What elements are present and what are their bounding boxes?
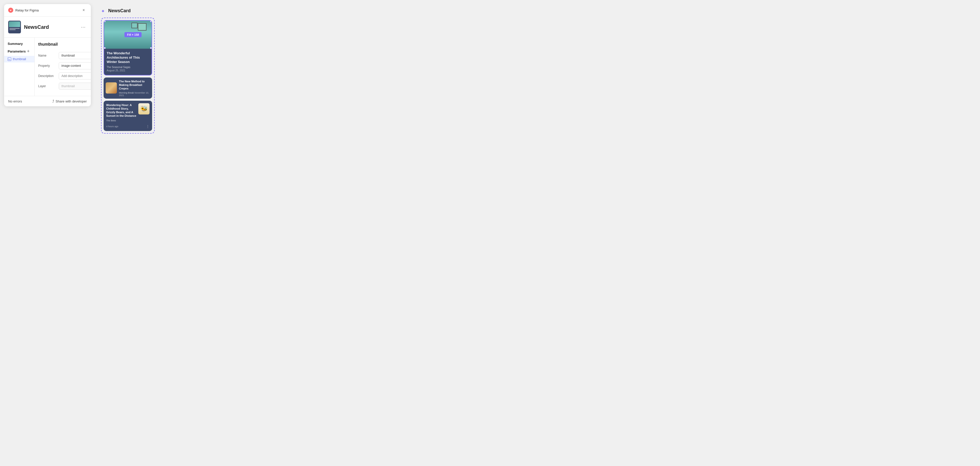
parameters-section-row: Parameters + (4, 48, 35, 56)
card-3-inner: Wondering Hour: A Childhood Story, Grizz… (106, 103, 150, 122)
app-title-group: ♥ Relay for Figma (8, 8, 39, 13)
thumb-line-1 (10, 28, 20, 29)
right-column: thumbnail 🗑 Name Property image-content … (35, 38, 91, 96)
panel-body: Summary Parameters + thumbnail thumbnail… (4, 38, 91, 96)
app-header: ♥ Relay for Figma × (4, 4, 91, 17)
share-button[interactable]: ⤴ Share with developer (52, 99, 87, 103)
preview-header: ✦ NewsCard (101, 8, 972, 14)
property-label: Property (38, 64, 57, 68)
description-label: Description (38, 74, 57, 78)
more-options-button[interactable]: ⋯ (80, 24, 87, 30)
grid-icon: ✦ (101, 8, 106, 14)
detail-title: thumbnail (38, 42, 58, 47)
property-select[interactable]: image-content (59, 62, 91, 69)
panel-footer: No errors ⤴ Share with developer (4, 96, 91, 106)
thumbnail-param-item[interactable]: thumbnail (4, 56, 35, 62)
card-3-footer: 4 hours ago ⋮ (106, 124, 150, 128)
fill-badge: Fill × 158 (124, 32, 142, 37)
card-3-title: Wondering Hour: A Childhood Story, Grizz… (106, 103, 136, 118)
layer-row: Layer thumbnail ⊕ (38, 82, 91, 90)
card-2: The New Method to Making Breakfast Crepe… (103, 78, 152, 99)
close-button[interactable]: × (81, 7, 87, 13)
layer-value-row: thumbnail ⊕ (59, 82, 91, 90)
parameters-label: Parameters (8, 49, 26, 53)
layer-value: thumbnail (59, 82, 91, 90)
card-2-text: The New Method to Making Breakfast Crepe… (119, 79, 150, 97)
component-header: NewsCard ⋯ (4, 17, 91, 38)
preview-title: NewsCard (108, 8, 130, 14)
thumb-line-2 (10, 29, 16, 30)
bee-icon: 🐝 (141, 106, 148, 112)
card-3: Wondering Hour: A Childhood Story, Grizz… (103, 101, 152, 131)
property-row: Property image-content ▾ (38, 62, 91, 69)
param-label: thumbnail (13, 57, 26, 61)
handle-top-left (104, 21, 106, 22)
card-3-time: 4 hours ago (106, 125, 118, 128)
handle-top-right (150, 21, 151, 22)
featured-headline: The Wonderful Architectures of This Wint… (107, 51, 149, 64)
param-image-icon (8, 57, 11, 61)
relay-logo-icon: ♥ (8, 8, 13, 13)
thumb-text-area (9, 27, 20, 30)
description-row: Description (38, 72, 91, 79)
handle-bottom-left (104, 47, 106, 49)
name-input[interactable] (59, 52, 91, 59)
detail-header: thumbnail 🗑 (38, 41, 91, 48)
app-title: Relay for Figma (15, 8, 39, 12)
name-label: Name (38, 54, 57, 57)
card-3-source: The Bees (106, 119, 136, 122)
featured-date: August 25, 2021 (107, 69, 149, 72)
card-3-content: Wondering Hour: A Childhood Story, Grizz… (106, 103, 136, 122)
share-icon: ⤴ (52, 99, 54, 103)
newscard-container: Fill × 158 The Wonderful Architectures o… (101, 17, 155, 133)
component-header-left: NewsCard (8, 21, 49, 33)
preview-area: ✦ NewsCard Fill × 158 The Wonderful Arch… (97, 4, 976, 138)
thumb-image-area (9, 21, 20, 27)
card-2-title: The New Method to Making Breakfast Crepe… (119, 79, 150, 90)
layer-label: Layer (38, 84, 57, 88)
card-2-source: Morning Break (119, 92, 134, 94)
featured-source: The Seasonal Sagas (107, 66, 149, 68)
card-2-meta: Morning Break November 10, 2021 (119, 92, 150, 97)
component-thumbnail (8, 21, 21, 33)
summary-section-title: Summary (4, 41, 35, 48)
share-label: Share with developer (56, 100, 87, 103)
left-panel: ♥ Relay for Figma × NewsCard ⋯ Summary P… (4, 4, 91, 106)
add-parameter-button[interactable]: + (26, 49, 31, 54)
card-3-more-button[interactable]: ⋮ (146, 124, 150, 128)
left-column: Summary Parameters + thumbnail (4, 38, 35, 96)
featured-image: Fill × 158 (104, 21, 151, 49)
card-2-image (106, 82, 117, 94)
component-name: NewsCard (24, 24, 49, 30)
handle-bottom-right (150, 47, 151, 49)
description-input[interactable] (59, 72, 91, 79)
no-errors-label: No errors (8, 100, 22, 103)
name-row: Name (38, 52, 91, 59)
featured-content: The Wonderful Architectures of This Wint… (104, 49, 151, 75)
card-3-image: 🐝 (138, 103, 150, 114)
property-select-wrapper: image-content ▾ (59, 62, 91, 69)
featured-card: Fill × 158 The Wonderful Architectures o… (103, 20, 152, 76)
